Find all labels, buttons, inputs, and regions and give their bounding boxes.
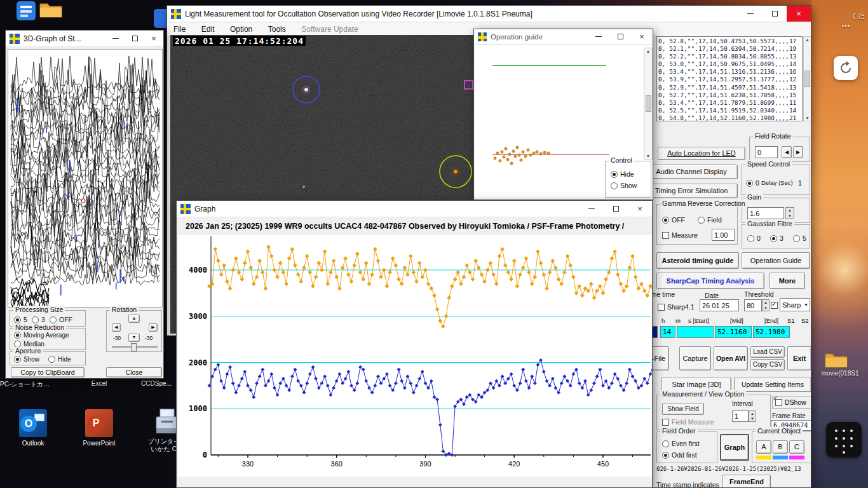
control-show-radio[interactable]: Show bbox=[611, 182, 637, 189]
size-off-radio[interactable]: OFF bbox=[50, 316, 72, 323]
copy-to-clipboard-button[interactable]: Copy to ClipBoard bbox=[11, 367, 85, 377]
gamma-field-radio[interactable]: Field bbox=[698, 216, 722, 224]
gaussian-0-radio[interactable]: 0 bbox=[747, 234, 761, 242]
load-csv-button[interactable]: Load CSV bbox=[750, 346, 785, 358]
threshold-field[interactable]: 80 bbox=[744, 299, 762, 311]
menu-edit[interactable]: Edit bbox=[195, 23, 221, 36]
rotation-slider-thumb[interactable] bbox=[131, 343, 137, 351]
remote-numpad-widget[interactable] bbox=[826, 422, 862, 458]
show-field-button[interactable]: Show Field bbox=[662, 403, 704, 415]
field-rotate-value[interactable]: 0 bbox=[755, 146, 778, 158]
even-first-radio[interactable]: Even first bbox=[662, 440, 700, 447]
rotate-up-button[interactable]: ▲ bbox=[128, 315, 140, 323]
graph3d-titlebar[interactable]: 3D-Graph of St... × bbox=[6, 30, 163, 47]
guide-titlebar[interactable]: Operation guide × bbox=[474, 29, 653, 44]
menu-file[interactable]: File bbox=[167, 23, 192, 36]
sync-floating-button[interactable] bbox=[834, 56, 858, 80]
minute-field[interactable]: 14 bbox=[660, 326, 675, 338]
scroll-up-icon[interactable]: ▲ bbox=[805, 37, 810, 42]
scroll-down-icon[interactable]: ▼ bbox=[805, 116, 810, 120]
start-field[interactable] bbox=[677, 326, 714, 338]
sharp-combo[interactable]: Sharp▼ bbox=[780, 298, 810, 311]
spin-up-icon[interactable]: ▲ bbox=[786, 208, 794, 214]
dshow-box[interactable]: DShow bbox=[772, 396, 811, 409]
light-curve-chart[interactable]: 33036039042045001000200030004000 bbox=[178, 235, 652, 477]
field-rotate-left-button[interactable]: ◀ bbox=[782, 146, 792, 158]
operation-guide-button[interactable]: Operation Guide bbox=[742, 252, 810, 269]
desktop-icon-app[interactable] bbox=[17, 1, 36, 20]
aperture-hide-radio[interactable]: Hide bbox=[48, 356, 71, 363]
asteroid-timing-guide-button[interactable]: Asteroid timing guide bbox=[656, 252, 739, 269]
interval-spinner[interactable]: ▲▼ bbox=[749, 410, 756, 422]
sharp41-checkbox[interactable]: Sharp4.1 bbox=[658, 303, 695, 311]
desktop-label-ccdspec[interactable]: CCDSpe... bbox=[136, 380, 177, 387]
guide-scrollbar[interactable]: ▲▼ bbox=[644, 48, 653, 159]
gamma-off-radio[interactable]: OFF bbox=[662, 216, 685, 224]
capture-button[interactable]: Capture bbox=[679, 346, 711, 370]
gain-spinner[interactable]: ▲▼ bbox=[785, 207, 794, 219]
spin-down-icon[interactable]: ▼ bbox=[763, 306, 769, 311]
spin-down-icon[interactable]: ▼ bbox=[749, 416, 756, 421]
size-5-radio[interactable]: 5 bbox=[14, 316, 27, 323]
main-titlebar[interactable]: Light Measurement tool for Occultation O… bbox=[167, 6, 811, 22]
auto-location-led-button[interactable]: Auto Location for LED bbox=[658, 147, 745, 160]
desktop-icon-outlook[interactable]: O bbox=[19, 409, 47, 437]
close-button[interactable]: × bbox=[628, 201, 652, 217]
close-button[interactable]: × bbox=[631, 29, 653, 44]
scroll-thumb[interactable] bbox=[646, 95, 651, 112]
timing-error-simulation-button[interactable]: Timing Error Simulation bbox=[645, 184, 738, 198]
more-button[interactable]: More bbox=[770, 273, 805, 289]
size-3-radio[interactable]: 3 bbox=[32, 316, 45, 323]
mid-field[interactable]: 52.1160 bbox=[715, 326, 752, 338]
close-button[interactable]: × bbox=[144, 30, 163, 46]
menu-software-update[interactable]: Software Update bbox=[295, 23, 364, 36]
scroll-down-icon[interactable]: ▼ bbox=[646, 154, 651, 158]
speed-0-radio[interactable]: 0 bbox=[746, 179, 759, 187]
minimize-button[interactable] bbox=[588, 29, 609, 44]
maximize-button[interactable] bbox=[604, 201, 628, 217]
aperture-show-radio[interactable]: Show bbox=[14, 356, 39, 363]
field-rotate-right-button[interactable]: ▶ bbox=[793, 146, 803, 158]
threshold-spinner[interactable]: ▲▼ bbox=[762, 299, 770, 311]
control-hide-radio[interactable]: Hide bbox=[611, 170, 634, 178]
minimize-button[interactable] bbox=[106, 30, 125, 46]
gaussian-5-radio[interactable]: 5 bbox=[793, 234, 806, 242]
spin-up-icon[interactable]: ▲ bbox=[749, 411, 756, 416]
menu-option[interactable]: Option bbox=[224, 23, 259, 36]
object-b-button[interactable]: B bbox=[773, 440, 788, 454]
field-measure-checkbox[interactable]: Field Measure bbox=[662, 418, 714, 426]
spin-up-icon[interactable]: ▲ bbox=[763, 300, 769, 306]
odd-first-radio[interactable]: Odd first bbox=[662, 451, 697, 459]
desktop-icon-folder[interactable] bbox=[39, 0, 62, 18]
scroll-up-icon[interactable]: ▲ bbox=[646, 49, 651, 53]
measurement-data-panel[interactable]: 0, 52.8,"",17,14,50.4753,50.5573,,,,17 0… bbox=[656, 36, 803, 121]
speed-1-radio[interactable]: 1 bbox=[798, 179, 802, 187]
frame-end-button[interactable]: FrameEnd bbox=[722, 475, 771, 488]
moving-average-radio[interactable]: Moving Average bbox=[14, 332, 69, 339]
maximize-button[interactable] bbox=[609, 29, 631, 44]
rotate-left-button[interactable]: ◀ bbox=[112, 323, 121, 332]
rotate-down-button[interactable]: ▼ bbox=[128, 334, 140, 342]
spin-down-icon[interactable]: ▼ bbox=[786, 214, 794, 219]
gamma-measure-checkbox[interactable]: Measure bbox=[662, 231, 698, 239]
gain-value[interactable]: 1.6 bbox=[747, 207, 784, 219]
data-panel-scrollbar[interactable]: ▲▼ bbox=[803, 36, 811, 121]
close-3d-button[interactable]: Close bbox=[106, 367, 162, 377]
sharp-checkbox[interactable] bbox=[771, 302, 778, 309]
exit-button[interactable]: Exit bbox=[787, 346, 811, 370]
graph-button[interactable]: Graph bbox=[720, 434, 749, 461]
graph-titlebar[interactable]: Graph × bbox=[177, 201, 652, 217]
desktop-label-pc-shortcut[interactable]: PC-ショートカット bbox=[0, 380, 56, 389]
rotate-right-button[interactable]: ▶ bbox=[149, 323, 158, 332]
end-field[interactable]: 52.1980 bbox=[753, 326, 790, 338]
minimize-button[interactable] bbox=[738, 6, 763, 22]
maximize-button[interactable] bbox=[763, 6, 787, 22]
interval-field[interactable]: 1 bbox=[732, 410, 749, 422]
object-a-button[interactable]: A bbox=[756, 440, 771, 454]
graph3d-plot[interactable] bbox=[8, 49, 163, 308]
gaussian-3-radio[interactable]: 3 bbox=[770, 234, 783, 242]
date-field[interactable]: 26 01 25 bbox=[700, 299, 739, 311]
dshow-checkbox[interactable] bbox=[775, 399, 782, 406]
desktop-label-excel[interactable]: Excel bbox=[80, 380, 118, 387]
audio-channel-display-button[interactable]: Audio Channel Display bbox=[645, 165, 738, 179]
